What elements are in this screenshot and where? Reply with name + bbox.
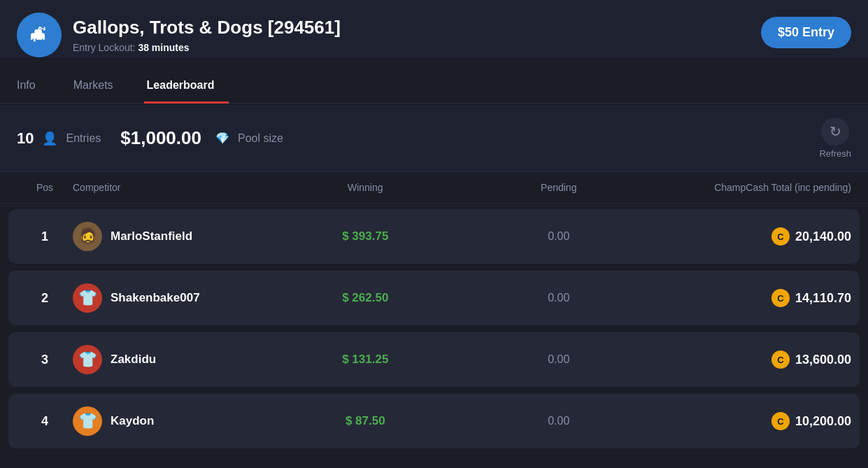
pool-icon: 💎: [215, 132, 229, 145]
competitor-avatar: 👕: [73, 406, 102, 436]
competitor-name: Shakenbake007: [111, 291, 200, 305]
tab-info[interactable]: Info: [17, 72, 50, 104]
competitor-avatar: 👕: [73, 283, 102, 313]
table-body: 1 🧔 MarloStanfield $ 393.75 0.00 C 20,14…: [0, 204, 868, 461]
coin-icon: C: [771, 412, 790, 430]
winning-cell: $ 393.75: [269, 229, 462, 243]
table-row: 4 👕 Kaydon $ 87.50 0.00 C 10,200.00: [8, 394, 860, 448]
winning-cell: $ 131.25: [269, 353, 462, 367]
tabs-nav: Info Markets Leaderboard: [0, 71, 868, 104]
champcash-cell: C 13,600.00: [655, 350, 851, 369]
pos-cell: 3: [17, 353, 73, 367]
champcash-value: 10,200.00: [795, 414, 851, 429]
col-pos: Pos: [17, 182, 73, 193]
champcash-value: 13,600.00: [795, 353, 851, 367]
person-icon: 👤: [42, 131, 57, 146]
competitor-name: Kaydon: [111, 414, 154, 428]
champcash-cell: C 20,140.00: [655, 227, 851, 246]
brand-avatar: [17, 13, 62, 57]
champcash-value: 20,140.00: [795, 229, 851, 244]
pool-label: Pool size: [238, 132, 283, 145]
header-left: Gallops, Trots & Dogs [294561] Entry Loc…: [17, 13, 341, 57]
entry-lockout: Entry Lockout: 38 minutes: [73, 42, 341, 53]
pending-cell: 0.00: [462, 353, 656, 366]
page-title: Gallops, Trots & Dogs [294561]: [73, 17, 341, 38]
table-row: 2 👕 Shakenbake007 $ 262.50 0.00 C 14,110…: [8, 271, 860, 325]
lockout-time: 38 minutes: [138, 42, 189, 53]
winning-cell: $ 262.50: [269, 291, 462, 305]
col-pending: Pending: [462, 182, 656, 193]
coin-icon: C: [771, 227, 790, 246]
competitor-name: Zakdidu: [111, 353, 156, 367]
col-champcash: ChampCash Total (inc pending): [655, 182, 851, 193]
champcash-cell: C 14,110.70: [655, 289, 851, 307]
col-competitor: Competitor: [73, 182, 269, 193]
pending-cell: 0.00: [462, 230, 656, 243]
competitor-cell: 👕 Zakdidu: [73, 345, 269, 374]
header: Gallops, Trots & Dogs [294561] Entry Loc…: [0, 0, 868, 57]
pending-cell: 0.00: [462, 292, 656, 304]
competitor-name: MarloStanfield: [111, 229, 192, 243]
horse-icon: [28, 24, 50, 46]
pos-cell: 1: [17, 229, 73, 244]
header-title-block: Gallops, Trots & Dogs [294561] Entry Loc…: [73, 17, 341, 52]
stats-left: 10 👤 Entries $1,000.00 💎 Pool size: [17, 127, 283, 149]
coin-icon: C: [771, 350, 790, 369]
table-row: 3 👕 Zakdidu $ 131.25 0.00 C 13,600.00: [8, 332, 860, 387]
table-row: 1 🧔 MarloStanfield $ 393.75 0.00 C 20,14…: [8, 209, 860, 264]
entries-label: Entries: [66, 132, 101, 145]
tab-markets[interactable]: Markets: [71, 72, 127, 104]
competitor-cell: 👕 Kaydon: [73, 406, 269, 436]
table-header: Pos Competitor Winning Pending ChampCash…: [0, 172, 868, 204]
competitor-cell: 🧔 MarloStanfield: [73, 222, 269, 251]
coin-icon: C: [771, 289, 790, 307]
refresh-button[interactable]: ↻ Refresh: [819, 118, 851, 159]
tab-leaderboard[interactable]: Leaderboard: [144, 72, 229, 104]
entry-button[interactable]: $50 Entry: [761, 17, 851, 48]
champcash-cell: C 10,200.00: [655, 412, 851, 430]
refresh-icon: ↻: [821, 118, 849, 146]
pos-cell: 4: [17, 414, 73, 429]
pending-cell: 0.00: [462, 415, 656, 427]
winning-cell: $ 87.50: [269, 414, 462, 428]
pool-amount: $1,000.00: [120, 127, 201, 149]
champcash-value: 14,110.70: [795, 291, 851, 306]
refresh-label: Refresh: [819, 148, 851, 159]
competitor-cell: 👕 Shakenbake007: [73, 283, 269, 313]
entries-count: 10: [17, 129, 34, 148]
stats-bar: 10 👤 Entries $1,000.00 💎 Pool size ↻ Ref…: [0, 105, 868, 172]
competitor-avatar: 🧔: [73, 222, 102, 251]
col-winning: Winning: [269, 182, 462, 193]
pos-cell: 2: [17, 291, 73, 306]
competitor-avatar: 👕: [73, 345, 102, 374]
